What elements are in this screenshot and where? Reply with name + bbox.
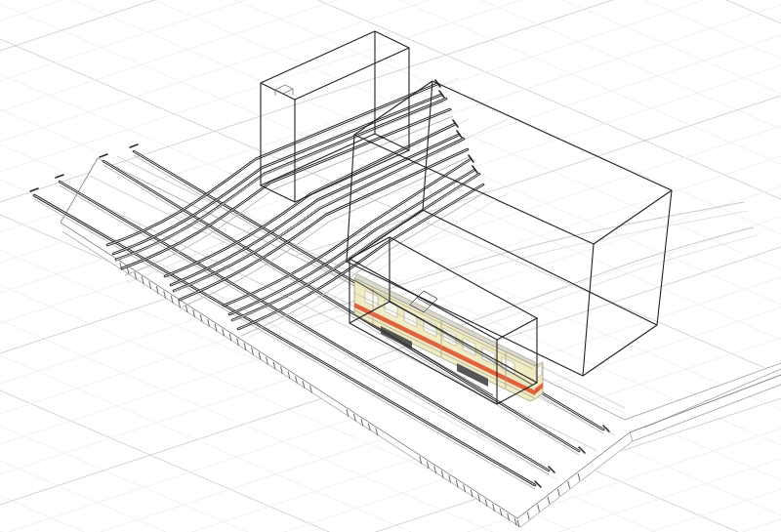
3d-model-viewport[interactable] [0, 0, 781, 532]
